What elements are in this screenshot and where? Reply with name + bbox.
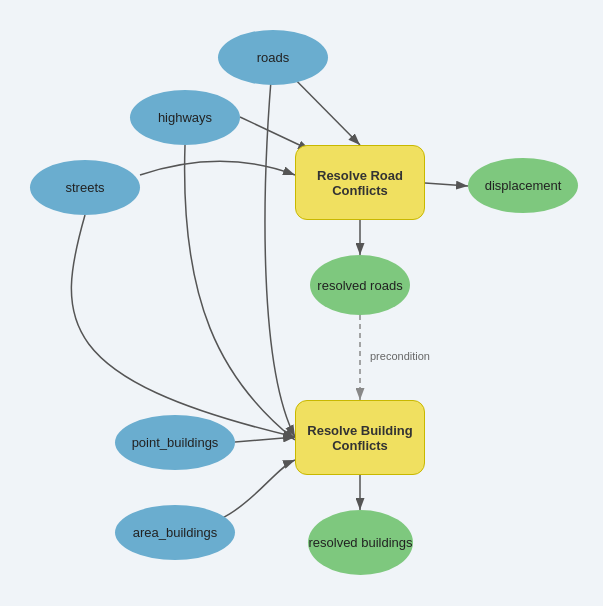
svg-text:precondition: precondition bbox=[370, 350, 430, 362]
resolved-roads-node: resolved roads bbox=[310, 255, 410, 315]
streets-node: streets bbox=[30, 160, 140, 215]
resolve-building-node: Resolve Building Conflicts bbox=[295, 400, 425, 475]
resolve-road-node: Resolve Road Conflicts bbox=[295, 145, 425, 220]
resolved-buildings-node: resolved buildings bbox=[308, 510, 413, 575]
displacement-node: displacement bbox=[468, 158, 578, 213]
arrows-svg: precondition bbox=[0, 0, 603, 606]
highways-node: highways bbox=[130, 90, 240, 145]
diagram-container: precondition roads highways streets Reso… bbox=[0, 0, 603, 606]
area-buildings-node: area_buildings bbox=[115, 505, 235, 560]
roads-node: roads bbox=[218, 30, 328, 85]
point-buildings-node: point_buildings bbox=[115, 415, 235, 470]
